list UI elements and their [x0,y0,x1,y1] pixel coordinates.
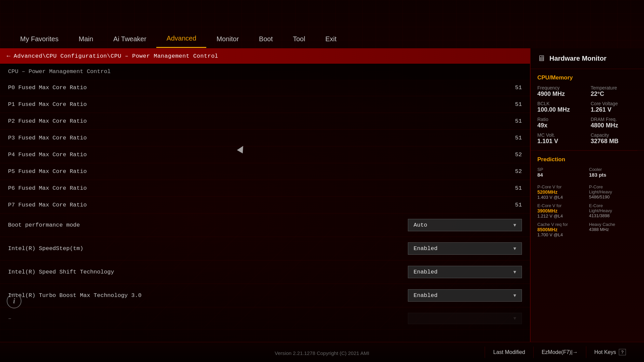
hw-label-ratio: Ratio [537,117,584,122]
toolbar-resizebar[interactable]: ⊞ ReSize BAR [531,10,575,20]
speed-shift-dropdown[interactable]: Enabled ▼ [408,266,522,278]
toolbar-aioc[interactable]: 🔧 AI OC Guide [411,10,457,20]
setting-label: P0 Fused Max Core Ratio [8,84,502,91]
pred-pcore-v-label: P-Core V for 5200MHz 1.403 V @L4 [537,184,586,200]
nav-main[interactable]: Main [68,30,103,48]
table-row: P7 Fused Max Core Ratio 51 [0,197,530,214]
table-row: Boot performance mode Auto ▼ [0,214,530,237]
info-button[interactable]: i [7,294,21,308]
settings-list[interactable]: CPU – Power Management Control P0 Fused … [0,64,530,342]
divider [197,5,197,25]
hw-item-core-voltage: Core Voltage 1.261 V [591,101,637,113]
setting-label: P7 Fused Max Core Ratio [8,202,502,208]
nav-boot[interactable]: Boot [249,30,283,48]
hw-label-frequency: Frequency [537,85,584,90]
nav-favorites[interactable]: My Favorites [10,30,68,48]
turbo-boost-dropdown[interactable]: Enabled ▼ [408,289,522,302]
table-row: – ▼ [0,307,530,330]
toolbar-english[interactable]: 🌐 English [278,10,313,20]
svg-text:ROG: ROG [12,13,21,17]
qfan-label: Qfan Control [375,12,403,18]
monitor-icon: 🖥 [537,54,545,63]
hw-value-ratio: 49x [537,122,584,129]
search-label: Search [473,12,489,18]
dropdown-value: Enabled [414,245,437,252]
nav-tool[interactable]: Tool [283,30,315,48]
memtest-label: MemTest86 [591,12,618,18]
hw-label-capacity: Capacity [591,132,637,138]
info-icon-area: i [7,294,21,308]
hw-item-dram-freq: DRAM Freq. 4800 MHz [591,117,637,129]
prediction-section: Prediction SP 84 Cooler 183 pts P-Core V [531,151,644,243]
pred-sp-value: 84 [537,172,586,178]
toolbar-search[interactable]: 🔍 Search [460,10,494,20]
aura-icon: ✨ [501,12,508,18]
pred-pcore-v-freq: 5200MHz [537,189,586,195]
cpu-memory-section: CPU/Memory Frequency 4900 MHz Temperatur… [531,69,644,150]
nav-monitor[interactable]: Monitor [206,30,249,48]
pred-ecore-v-val: 1.212 V @L4 [537,214,586,219]
search-icon: 🔍 [465,12,471,18]
table-row: Intel(R) SpeedStep(tm) Enabled ▼ [0,237,530,260]
speedstep-dropdown[interactable]: Enabled ▼ [408,242,522,255]
toolbar-memtest[interactable]: 💾 MemTest86 [578,10,622,20]
memtest-icon: 💾 [583,12,589,18]
content-area: ← Advanced\CPU Configuration\CPU – Power… [0,48,644,342]
boot-performance-dropdown[interactable]: Auto ▼ [408,219,522,231]
pred-ecore-lh: E-Core Light/Heavy 4131/3898 [589,203,637,219]
hidden-dropdown[interactable]: ▼ [408,313,522,324]
nav-advanced[interactable]: Advanced [156,30,206,48]
toolbar-myfavorite[interactable]: ⭐ MyFavorite [316,10,359,20]
setting-label: P2 Fused Max Core Ratio [8,118,502,124]
hw-label-dram-freq: DRAM Freq. [591,117,637,122]
table-row: P4 Fused Max Core Ratio 52 [0,146,530,163]
app-title: UEFI BIOS Utility – Advanced Mode [32,10,190,20]
hw-label-temperature: Temperature [591,85,637,90]
globe-icon: 🌐 [283,12,290,18]
chevron-down-icon: ▼ [514,293,516,298]
cpu-memory-title: CPU/Memory [537,74,637,81]
setting-value: 51 [502,101,522,108]
breadcrumb: Advanced\CPU Configuration\CPU – Power M… [14,53,218,59]
top-bar: ROG UEFI BIOS Utility – Advanced Mode 01… [0,0,644,30]
pred-cooler-value: 183 pts [589,172,637,178]
pred-ecore-v-freq: 3900MHz [537,208,586,214]
resizebar-label: ReSize BAR [542,12,570,18]
wrench-icon: 🔧 [415,12,422,18]
toolbar-qfan[interactable]: 🌀 Qfan Control [361,10,408,20]
hw-value-frequency: 4900 MHz [537,90,584,98]
resize-icon: ⊞ [536,12,540,18]
rog-logo: ROG [7,5,28,25]
hw-label-mc-volt: MC Volt. [537,132,584,138]
back-button[interactable]: ← [7,53,10,59]
hw-item-capacity: Capacity 32768 MB [591,132,637,145]
ezmode-button[interactable]: EzMode(F7)|→ [533,347,586,358]
settings-icon[interactable]: ⚙ [238,17,241,24]
cpu-memory-grid: Frequency 4900 MHz Temperature 22°C BCLK… [537,85,637,145]
hotkeys-button[interactable]: Hot Keys ? [586,346,634,358]
setting-label: P1 Fused Max Core Ratio [8,101,502,108]
pred-cache-v-freq: 8500MHz [537,227,586,232]
hw-value-capacity: 32768 MB [591,138,637,145]
nav-aitweaker[interactable]: Ai Tweaker [103,30,157,48]
chevron-down-icon: ▼ [514,269,516,275]
dropdown-value: Enabled [414,292,437,299]
pred-sp-label: SP [537,167,586,172]
toolbar-aura[interactable]: ✨ AURA [497,10,529,20]
setting-label: Intel(R) SpeedStep(tm) [8,245,408,252]
aioc-label: AI OC Guide [424,12,452,18]
date-display: 01/19/2022 Wednesday [204,3,258,14]
pred-heavy-cache: Heavy Cache 4388 MHz [589,222,637,237]
hw-item-mc-volt: MC Volt. 1.101 V [537,132,584,145]
hw-monitor-header: 🖥 Hardware Monitor [531,48,644,69]
hw-value-temperature: 22°C [591,90,637,98]
last-modified-button[interactable]: Last Modified [485,347,533,358]
nav-exit[interactable]: Exit [315,30,346,48]
english-label: English [292,12,308,18]
setting-label: – [8,315,408,322]
myfavorite-label: MyFavorite [329,12,354,18]
hotkeys-label: Hot Keys [594,349,616,355]
ezmode-label: EzMode(F7)|→ [542,349,578,355]
section-header: CPU – Power Management Control [0,64,530,79]
setting-label: P6 Fused Max Core Ratio [8,185,502,191]
